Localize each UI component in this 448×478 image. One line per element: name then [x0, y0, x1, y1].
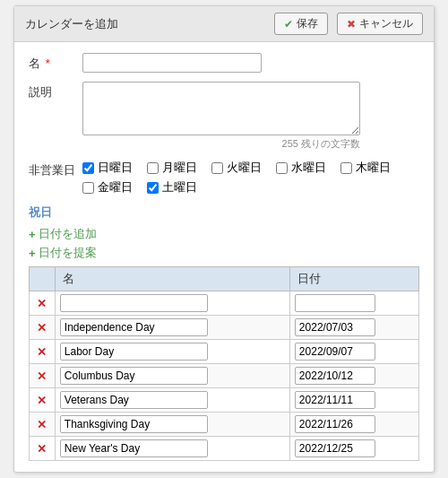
save-button[interactable]: ✔ 保存 [274, 13, 328, 35]
delete-row-button[interactable]: ✕ [37, 442, 47, 456]
holiday-name-cell [55, 437, 289, 461]
description-input[interactable] [82, 82, 360, 135]
day-thursday[interactable]: 木曜日 [340, 160, 391, 176]
name-label: 名 * [29, 53, 82, 72]
holiday-date-cell [289, 316, 418, 340]
checkbox-friday[interactable] [82, 182, 94, 194]
holiday-date-input[interactable] [295, 391, 375, 409]
plus-icon-suggest: + [29, 247, 36, 260]
day-tuesday[interactable]: 火曜日 [211, 160, 262, 176]
holiday-date-input[interactable] [295, 294, 375, 312]
holiday-name-cell [55, 316, 289, 340]
non-working-row: 非営業日 日曜日 月曜日 火曜日 水曜日 [29, 160, 419, 196]
checkbox-monday[interactable] [147, 162, 159, 174]
delete-cell: ✕ [30, 364, 56, 388]
holiday-date-input[interactable] [295, 415, 375, 433]
delete-row-button[interactable]: ✕ [37, 345, 47, 359]
holiday-date-cell [289, 340, 418, 364]
checkbox-saturday[interactable] [147, 182, 159, 194]
table-row: ✕ [30, 291, 419, 316]
delete-row-button[interactable]: ✕ [37, 394, 47, 407]
day-sunday[interactable]: 日曜日 [82, 160, 133, 176]
holidays-section: 祝日 + 日付を追加 + 日付を提案 名 日付 ✕✕✕✕✕✕✕ [29, 204, 419, 461]
delete-row-button[interactable]: ✕ [37, 418, 47, 431]
th-delete [30, 267, 56, 291]
day-wednesday[interactable]: 水曜日 [276, 160, 326, 176]
window-title: カレンダーを追加 [25, 16, 265, 32]
holiday-date-cell [289, 437, 418, 461]
holiday-date-cell [289, 388, 418, 413]
holiday-date-input[interactable] [295, 343, 375, 361]
holiday-date-cell [289, 364, 418, 388]
checkbox-sunday[interactable] [82, 162, 94, 174]
delete-row-button[interactable]: ✕ [37, 369, 47, 383]
table-row: ✕ [30, 437, 419, 461]
delete-cell: ✕ [30, 413, 56, 437]
holiday-name-cell [55, 364, 289, 388]
description-row: 説明 255 残りの文字数 [29, 82, 419, 151]
delete-row-button[interactable]: ✕ [37, 297, 47, 310]
window-header: カレンダーを追加 ✔ 保存 ✖ キャンセル [14, 6, 434, 42]
holiday-name-input[interactable] [60, 415, 208, 433]
day-friday[interactable]: 金曜日 [82, 179, 133, 196]
required-indicator: * [46, 56, 50, 70]
holiday-name-cell [55, 340, 289, 364]
day-monday[interactable]: 月曜日 [147, 160, 197, 176]
char-count: 255 残りの文字数 [82, 137, 360, 151]
holiday-name-cell [55, 291, 289, 316]
checkbox-tuesday[interactable] [211, 162, 223, 174]
th-date: 日付 [289, 267, 418, 291]
name-input[interactable] [82, 53, 262, 73]
holiday-name-input[interactable] [60, 318, 208, 336]
holiday-name-input[interactable] [60, 294, 208, 312]
holiday-name-input[interactable] [60, 343, 208, 361]
holiday-name-input[interactable] [60, 367, 208, 385]
holiday-date-input[interactable] [295, 367, 375, 385]
table-row: ✕ [30, 413, 419, 437]
holiday-date-input[interactable] [295, 318, 375, 336]
description-label: 説明 [29, 82, 82, 100]
holiday-name-input[interactable] [60, 439, 208, 457]
checkmark-icon: ✔ [284, 18, 293, 30]
holiday-name-cell [55, 388, 289, 413]
delete-cell: ✕ [30, 388, 56, 413]
th-name: 名 [55, 267, 289, 291]
checkbox-wednesday[interactable] [276, 162, 288, 174]
holidays-title: 祝日 [29, 204, 419, 221]
non-working-label: 非営業日 [29, 160, 82, 178]
window-body: 名 * 説明 255 残りの文字数 非営業日 日曜日 [14, 42, 434, 472]
holidays-table: 名 日付 ✕✕✕✕✕✕✕ [29, 266, 419, 461]
delete-cell: ✕ [30, 437, 56, 461]
add-date-link[interactable]: + 日付を追加 [29, 226, 419, 242]
delete-cell: ✕ [30, 340, 56, 364]
holiday-date-cell [289, 413, 418, 437]
name-row: 名 * [29, 53, 419, 73]
table-row: ✕ [30, 364, 419, 388]
cancel-button[interactable]: ✖ キャンセル [337, 13, 423, 35]
holiday-name-cell [55, 413, 289, 437]
day-saturday[interactable]: 土曜日 [147, 179, 197, 196]
delete-row-button[interactable]: ✕ [37, 321, 47, 335]
table-row: ✕ [30, 316, 419, 340]
table-row: ✕ [30, 340, 419, 364]
x-icon: ✖ [347, 18, 356, 30]
plus-icon-add: + [29, 228, 36, 241]
suggest-date-link[interactable]: + 日付を提案 [29, 245, 419, 261]
table-row: ✕ [30, 388, 419, 413]
delete-cell: ✕ [30, 291, 56, 316]
delete-cell: ✕ [30, 316, 56, 340]
calendar-add-window: カレンダーを追加 ✔ 保存 ✖ キャンセル 名 * 説明 255 残りの文字数 [13, 5, 435, 473]
holiday-date-input[interactable] [295, 439, 375, 457]
textarea-wrapper: 255 残りの文字数 [82, 82, 360, 151]
checkboxes-container: 日曜日 月曜日 火曜日 水曜日 木曜日 [82, 160, 396, 196]
checkbox-thursday[interactable] [340, 162, 352, 174]
holiday-name-input[interactable] [60, 391, 208, 409]
holiday-date-cell [289, 291, 418, 316]
